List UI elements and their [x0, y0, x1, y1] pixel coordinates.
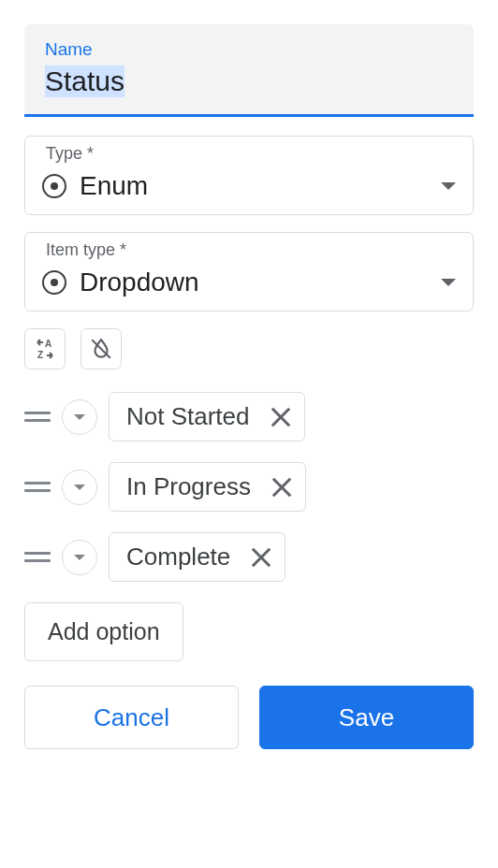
- option-chip[interactable]: Not Started: [109, 392, 305, 441]
- type-value: Enum: [80, 171, 148, 201]
- chevron-down-icon: [74, 555, 85, 560]
- chevron-down-icon: [441, 279, 456, 286]
- remove-option-icon[interactable]: [270, 475, 294, 499]
- name-label: Name: [45, 39, 453, 60]
- item-type-value: Dropdown: [80, 268, 199, 297]
- drag-handle-icon[interactable]: [24, 552, 51, 562]
- remove-option-icon[interactable]: [269, 405, 293, 429]
- option-row: In Progress: [24, 462, 474, 512]
- remove-option-icon[interactable]: [249, 545, 273, 570]
- option-label: Not Started: [126, 402, 250, 431]
- option-expand-button[interactable]: [62, 399, 97, 435]
- option-row: Not Started: [24, 392, 474, 441]
- enum-icon: [42, 174, 66, 198]
- option-chip[interactable]: In Progress: [109, 462, 306, 512]
- option-label: Complete: [126, 542, 230, 571]
- sort-az-icon: A Z: [34, 338, 56, 360]
- option-row: Complete: [24, 532, 474, 582]
- drag-handle-icon[interactable]: [24, 412, 51, 422]
- name-input-value[interactable]: Status: [45, 65, 124, 97]
- svg-text:A: A: [45, 339, 51, 349]
- name-field[interactable]: Name Status: [24, 24, 474, 117]
- color-off-icon: [89, 337, 113, 361]
- item-type-field[interactable]: Item type * Dropdown: [24, 232, 474, 311]
- svg-text:Z: Z: [37, 350, 43, 360]
- option-expand-button[interactable]: [62, 540, 97, 575]
- type-label: Type *: [42, 140, 456, 166]
- cancel-button[interactable]: Cancel: [24, 686, 239, 749]
- option-expand-button[interactable]: [62, 470, 97, 505]
- color-off-button[interactable]: [81, 328, 122, 369]
- add-option-button[interactable]: Add option: [24, 602, 183, 661]
- footer-buttons: Cancel Save: [24, 686, 474, 749]
- option-chip[interactable]: Complete: [109, 532, 286, 582]
- chevron-down-icon: [74, 414, 85, 420]
- chevron-down-icon: [441, 182, 456, 190]
- drag-handle-icon[interactable]: [24, 482, 51, 492]
- enum-icon: [42, 270, 66, 295]
- options-toolbar: A Z: [24, 328, 474, 369]
- item-type-label: Item type *: [42, 237, 456, 262]
- sort-az-button[interactable]: A Z: [24, 328, 66, 369]
- type-field[interactable]: Type * Enum: [24, 136, 474, 215]
- chevron-down-icon: [74, 485, 85, 490]
- option-label: In Progress: [126, 472, 251, 501]
- save-button[interactable]: Save: [259, 686, 474, 749]
